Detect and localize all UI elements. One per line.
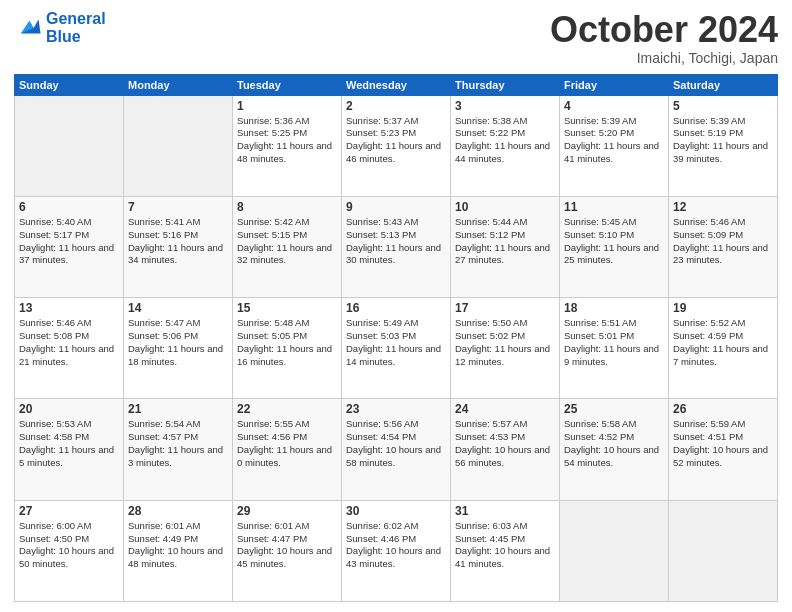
- day-info: Daylight: 11 hours and 46 minutes.: [346, 140, 446, 166]
- day-cell: 12Sunrise: 5:46 AMSunset: 5:09 PMDayligh…: [669, 196, 778, 297]
- day-info: Sunrise: 6:01 AM: [237, 520, 337, 533]
- page: General Blue October 2024 Imaichi, Tochi…: [0, 0, 792, 612]
- day-info: Sunrise: 5:46 AM: [673, 216, 773, 229]
- day-cell: 25Sunrise: 5:58 AMSunset: 4:52 PMDayligh…: [560, 399, 669, 500]
- day-info: Sunset: 4:47 PM: [237, 533, 337, 546]
- day-info: Sunrise: 5:45 AM: [564, 216, 664, 229]
- day-info: Daylight: 11 hours and 44 minutes.: [455, 140, 555, 166]
- day-cell: 24Sunrise: 5:57 AMSunset: 4:53 PMDayligh…: [451, 399, 560, 500]
- weekday-wednesday: Wednesday: [342, 74, 451, 95]
- day-info: Daylight: 10 hours and 45 minutes.: [237, 545, 337, 571]
- day-cell: 26Sunrise: 5:59 AMSunset: 4:51 PMDayligh…: [669, 399, 778, 500]
- day-number: 14: [128, 301, 228, 315]
- weekday-monday: Monday: [124, 74, 233, 95]
- day-info: Sunrise: 5:58 AM: [564, 418, 664, 431]
- day-info: Daylight: 10 hours and 52 minutes.: [673, 444, 773, 470]
- day-cell: 10Sunrise: 5:44 AMSunset: 5:12 PMDayligh…: [451, 196, 560, 297]
- day-info: Daylight: 10 hours and 43 minutes.: [346, 545, 446, 571]
- week-row-1: 1Sunrise: 5:36 AMSunset: 5:25 PMDaylight…: [15, 95, 778, 196]
- day-info: Sunrise: 5:54 AM: [128, 418, 228, 431]
- day-number: 4: [564, 99, 664, 113]
- day-number: 15: [237, 301, 337, 315]
- day-info: Sunrise: 6:03 AM: [455, 520, 555, 533]
- day-info: Daylight: 11 hours and 48 minutes.: [237, 140, 337, 166]
- day-number: 22: [237, 402, 337, 416]
- day-cell: 2Sunrise: 5:37 AMSunset: 5:23 PMDaylight…: [342, 95, 451, 196]
- day-cell: 7Sunrise: 5:41 AMSunset: 5:16 PMDaylight…: [124, 196, 233, 297]
- day-info: Sunset: 5:06 PM: [128, 330, 228, 343]
- day-cell: 29Sunrise: 6:01 AMSunset: 4:47 PMDayligh…: [233, 500, 342, 601]
- day-cell: 3Sunrise: 5:38 AMSunset: 5:22 PMDaylight…: [451, 95, 560, 196]
- day-info: Sunset: 5:08 PM: [19, 330, 119, 343]
- day-info: Sunrise: 6:01 AM: [128, 520, 228, 533]
- day-cell: [124, 95, 233, 196]
- day-info: Sunset: 4:54 PM: [346, 431, 446, 444]
- day-info: Sunset: 5:05 PM: [237, 330, 337, 343]
- day-info: Sunrise: 5:46 AM: [19, 317, 119, 330]
- day-number: 16: [346, 301, 446, 315]
- day-cell: 1Sunrise: 5:36 AMSunset: 5:25 PMDaylight…: [233, 95, 342, 196]
- day-info: Daylight: 10 hours and 48 minutes.: [128, 545, 228, 571]
- day-info: Sunrise: 5:50 AM: [455, 317, 555, 330]
- day-cell: 4Sunrise: 5:39 AMSunset: 5:20 PMDaylight…: [560, 95, 669, 196]
- day-number: 12: [673, 200, 773, 214]
- day-cell: 11Sunrise: 5:45 AMSunset: 5:10 PMDayligh…: [560, 196, 669, 297]
- day-info: Sunrise: 5:47 AM: [128, 317, 228, 330]
- day-number: 6: [19, 200, 119, 214]
- day-info: Sunrise: 5:49 AM: [346, 317, 446, 330]
- month-title: October 2024: [550, 10, 778, 50]
- day-number: 27: [19, 504, 119, 518]
- day-info: Sunrise: 5:37 AM: [346, 115, 446, 128]
- title-block: October 2024 Imaichi, Tochigi, Japan: [550, 10, 778, 66]
- day-info: Daylight: 11 hours and 18 minutes.: [128, 343, 228, 369]
- weekday-thursday: Thursday: [451, 74, 560, 95]
- day-cell: 17Sunrise: 5:50 AMSunset: 5:02 PMDayligh…: [451, 298, 560, 399]
- day-info: Daylight: 11 hours and 3 minutes.: [128, 444, 228, 470]
- day-number: 26: [673, 402, 773, 416]
- day-number: 24: [455, 402, 555, 416]
- day-info: Sunrise: 5:38 AM: [455, 115, 555, 128]
- day-info: Daylight: 11 hours and 37 minutes.: [19, 242, 119, 268]
- logo: General Blue: [14, 10, 106, 45]
- day-info: Sunset: 5:15 PM: [237, 229, 337, 242]
- day-info: Daylight: 11 hours and 12 minutes.: [455, 343, 555, 369]
- day-cell: 21Sunrise: 5:54 AMSunset: 4:57 PMDayligh…: [124, 399, 233, 500]
- day-info: Sunset: 5:02 PM: [455, 330, 555, 343]
- header: General Blue October 2024 Imaichi, Tochi…: [14, 10, 778, 66]
- day-info: Sunrise: 5:52 AM: [673, 317, 773, 330]
- day-info: Sunrise: 5:51 AM: [564, 317, 664, 330]
- day-info: Sunset: 5:16 PM: [128, 229, 228, 242]
- day-info: Daylight: 11 hours and 30 minutes.: [346, 242, 446, 268]
- day-cell: 6Sunrise: 5:40 AMSunset: 5:17 PMDaylight…: [15, 196, 124, 297]
- day-info: Sunset: 5:22 PM: [455, 127, 555, 140]
- day-cell: 14Sunrise: 5:47 AMSunset: 5:06 PMDayligh…: [124, 298, 233, 399]
- day-number: 19: [673, 301, 773, 315]
- day-info: Daylight: 11 hours and 23 minutes.: [673, 242, 773, 268]
- logo-text: General Blue: [46, 10, 106, 45]
- day-cell: 8Sunrise: 5:42 AMSunset: 5:15 PMDaylight…: [233, 196, 342, 297]
- day-info: Sunrise: 5:44 AM: [455, 216, 555, 229]
- day-cell: 31Sunrise: 6:03 AMSunset: 4:45 PMDayligh…: [451, 500, 560, 601]
- day-cell: 13Sunrise: 5:46 AMSunset: 5:08 PMDayligh…: [15, 298, 124, 399]
- day-cell: 27Sunrise: 6:00 AMSunset: 4:50 PMDayligh…: [15, 500, 124, 601]
- day-info: Sunset: 5:03 PM: [346, 330, 446, 343]
- day-cell: 9Sunrise: 5:43 AMSunset: 5:13 PMDaylight…: [342, 196, 451, 297]
- day-cell: [560, 500, 669, 601]
- day-cell: 28Sunrise: 6:01 AMSunset: 4:49 PMDayligh…: [124, 500, 233, 601]
- day-info: Sunset: 4:46 PM: [346, 533, 446, 546]
- calendar-table: SundayMondayTuesdayWednesdayThursdayFrid…: [14, 74, 778, 602]
- week-row-5: 27Sunrise: 6:00 AMSunset: 4:50 PMDayligh…: [15, 500, 778, 601]
- day-info: Daylight: 11 hours and 16 minutes.: [237, 343, 337, 369]
- day-number: 8: [237, 200, 337, 214]
- day-info: Sunset: 4:53 PM: [455, 431, 555, 444]
- day-info: Sunset: 4:49 PM: [128, 533, 228, 546]
- day-number: 23: [346, 402, 446, 416]
- day-info: Daylight: 11 hours and 25 minutes.: [564, 242, 664, 268]
- day-info: Daylight: 11 hours and 14 minutes.: [346, 343, 446, 369]
- day-cell: 20Sunrise: 5:53 AMSunset: 4:58 PMDayligh…: [15, 399, 124, 500]
- day-info: Daylight: 11 hours and 27 minutes.: [455, 242, 555, 268]
- day-info: Sunrise: 5:39 AM: [564, 115, 664, 128]
- day-info: Sunset: 5:13 PM: [346, 229, 446, 242]
- day-cell: 18Sunrise: 5:51 AMSunset: 5:01 PMDayligh…: [560, 298, 669, 399]
- day-info: Sunset: 4:51 PM: [673, 431, 773, 444]
